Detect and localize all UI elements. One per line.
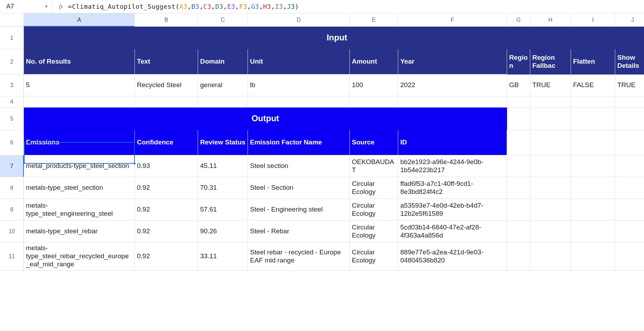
cell-b8[interactable]: 0.92 (135, 177, 198, 199)
cell-i8[interactable] (571, 177, 615, 199)
header-domain[interactable]: Domain (198, 49, 248, 74)
cell-d9[interactable]: Steel - Engineering steel (248, 199, 350, 221)
fx-icon[interactable]: fx (52, 4, 68, 10)
col-header-b[interactable]: B (135, 13, 198, 27)
col-header-d[interactable]: D (248, 13, 350, 27)
cell-c10[interactable]: 90.26 (198, 221, 248, 242)
cell-h9[interactable] (530, 199, 571, 221)
cell-f3[interactable]: 2022 (398, 74, 507, 96)
cell-j3[interactable]: TRUE (615, 74, 644, 96)
cell-h10[interactable] (530, 221, 571, 242)
cell-i3[interactable]: FALSE (571, 74, 615, 96)
cell-g3[interactable]: GB (507, 74, 530, 96)
cell-c8[interactable]: 70.31 (198, 177, 248, 199)
name-box[interactable]: A7 ▼ (3, 0, 52, 13)
header-unit[interactable]: Unit (248, 49, 350, 74)
cell-f7[interactable]: bb2e1923-a96e-4244-9e0b-1b54e223b217 (398, 155, 507, 177)
cell-f9[interactable]: a53593e7-4e0d-42eb-b4d7-12b2e5f61589 (398, 199, 507, 221)
header-amount[interactable]: Amount (350, 49, 398, 74)
header-region[interactable]: Region (507, 49, 530, 74)
cell-e10[interactable]: Circular Ecology (350, 221, 398, 242)
row-header-5[interactable]: 5 (0, 108, 24, 130)
col-header-f[interactable]: F (398, 13, 507, 27)
cell-j8[interactable] (615, 177, 644, 199)
cell-a7[interactable]: metal_products-type_steel_section (24, 155, 135, 177)
col-header-j[interactable]: J (615, 13, 644, 27)
row-header-4[interactable]: 4 (0, 96, 24, 108)
cell-d10[interactable]: Steel - Rebar (248, 221, 350, 242)
cell-a11[interactable]: metals-type_steel_rebar_recycled_europe_… (24, 242, 135, 271)
row-header-6[interactable]: 6 (0, 130, 24, 155)
cell-d4[interactable] (248, 96, 350, 108)
cell-c11[interactable]: 33.11 (198, 242, 248, 271)
cell-j11[interactable] (615, 242, 644, 271)
cell-f8[interactable]: ffad6f53-a7c1-40ff-9cd1-8e3bd824f4c2 (398, 177, 507, 199)
cell-a8[interactable]: metals-type_steel_section (24, 177, 135, 199)
cell-h7[interactable] (530, 155, 571, 177)
cell-j7[interactable] (615, 155, 644, 177)
col-header-e[interactable]: E (350, 13, 398, 27)
cell-d7[interactable]: Steel section (248, 155, 350, 177)
cell-j6[interactable] (615, 130, 644, 155)
header-review-status[interactable]: Review Status (198, 130, 248, 155)
row-header-10[interactable]: 10 (0, 221, 24, 242)
formula-input[interactable]: =Climatiq_Autopilot_Suggest(A3,B3,C3,D3,… (68, 3, 299, 10)
cell-b9[interactable]: 0.92 (135, 199, 198, 221)
cell-b10[interactable]: 0.92 (135, 221, 198, 242)
row-header-11[interactable]: 11 (0, 242, 24, 271)
cell-g10[interactable] (507, 221, 530, 242)
col-header-i[interactable]: I (571, 13, 615, 27)
cell-e9[interactable]: Circular Ecology (350, 199, 398, 221)
cell-d11[interactable]: Steel rebar - recycled - Europe EAF mid … (248, 242, 350, 271)
cell-i11[interactable] (571, 242, 615, 271)
col-header-a[interactable]: A (24, 13, 135, 27)
cell-h3[interactable]: TRUE (530, 74, 571, 96)
cell-g11[interactable] (507, 242, 530, 271)
cell-e11[interactable]: Circular Ecology (350, 242, 398, 271)
select-all-corner[interactable] (0, 13, 24, 27)
cell-d8[interactable]: Steel - Section (248, 177, 350, 199)
cell-c7[interactable]: 45.11 (198, 155, 248, 177)
col-header-g[interactable]: G (507, 13, 530, 27)
cell-g5[interactable] (507, 108, 530, 130)
cell-a9[interactable]: metals-type_steel_engineering_steel (24, 199, 135, 221)
row-header-1[interactable]: 1 (0, 27, 24, 49)
header-year[interactable]: Year (398, 49, 507, 74)
cell-c9[interactable]: 57.61 (198, 199, 248, 221)
header-region-fallback[interactable]: Region Fallbac (530, 49, 571, 74)
header-confidence[interactable]: Confidence (135, 130, 198, 155)
cell-h8[interactable] (530, 177, 571, 199)
cell-a4[interactable] (24, 96, 135, 108)
cell-i7[interactable] (571, 155, 615, 177)
cell-i6[interactable] (571, 130, 615, 155)
header-ef-name[interactable]: Emission Factor Name (248, 130, 350, 155)
cell-i9[interactable] (571, 199, 615, 221)
cell-e8[interactable]: Circular Ecology (350, 177, 398, 199)
col-header-h[interactable]: H (530, 13, 571, 27)
cell-f10[interactable]: 5cd03b14-6840-47e2-af28-4f363a4a856d (398, 221, 507, 242)
header-show-details[interactable]: Show Details (615, 49, 644, 74)
header-flatten[interactable]: Flatten (571, 49, 615, 74)
cell-i10[interactable] (571, 221, 615, 242)
cell-j10[interactable] (615, 221, 644, 242)
header-text[interactable]: Text (135, 49, 198, 74)
cell-a10[interactable]: metals-type_steel_rebar (24, 221, 135, 242)
cell-g6[interactable] (507, 130, 530, 155)
input-section-header[interactable]: Input (24, 27, 644, 49)
cell-f11[interactable]: 889e77e5-a2ea-421d-9e03-04804536b820 (398, 242, 507, 271)
cell-c3[interactable]: general (198, 74, 248, 96)
header-source[interactable]: Source (350, 130, 398, 155)
cell-g8[interactable] (507, 177, 530, 199)
cell-b11[interactable]: 0.92 (135, 242, 198, 271)
row-header-3[interactable]: 3 (0, 74, 24, 96)
cell-g7[interactable] (507, 155, 530, 177)
cell-i4[interactable] (571, 96, 615, 108)
cell-b4[interactable] (135, 96, 198, 108)
header-emissions[interactable]: Emissions (24, 130, 135, 155)
row-header-2[interactable]: 2 (0, 49, 24, 74)
cell-i5[interactable] (571, 108, 615, 130)
cell-e3[interactable]: 100 (350, 74, 398, 96)
header-no-results[interactable]: No. of Results (24, 49, 135, 74)
cell-g9[interactable] (507, 199, 530, 221)
cell-h11[interactable] (530, 242, 571, 271)
